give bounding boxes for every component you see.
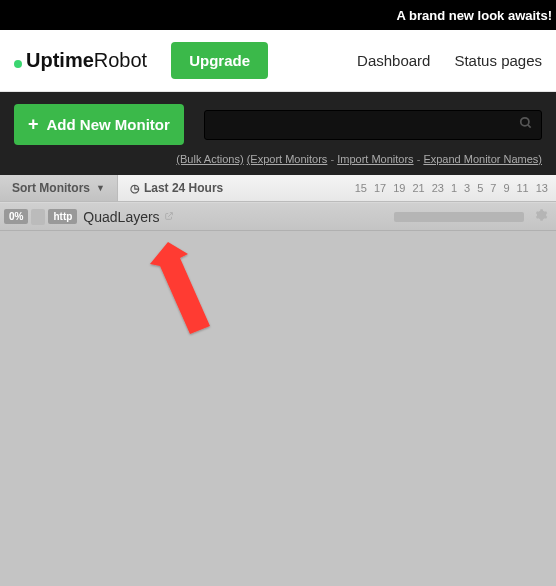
add-monitor-label: Add New Monitor [47,116,170,133]
bulk-actions-link[interactable]: (Bulk Actions) [176,153,243,165]
time-label-text: Last 24 Hours [144,181,223,195]
svg-point-0 [521,117,529,125]
sort-label: Sort Monitors [12,181,90,195]
toolbar-links: (Bulk Actions) (Export Monitors - Import… [14,153,542,165]
status-timeline [394,212,524,222]
nav-links: Dashboard Status pages [357,52,542,69]
monitor-list: 0% http QuadLayers [0,202,556,586]
caret-down-icon: ▼ [96,183,105,193]
clock-icon: ◷ [130,182,140,195]
hour-tick: 11 [517,182,529,194]
external-link-icon[interactable] [164,211,174,223]
svg-line-1 [528,124,531,127]
logo-part2: Robot [94,49,147,72]
upgrade-button[interactable]: Upgrade [171,42,268,79]
hour-tick: 5 [477,182,483,194]
hour-tick: 1 [451,182,457,194]
expand-names-link[interactable]: Expand Monitor Names) [423,153,542,165]
hour-tick: 13 [536,182,548,194]
hour-tick: 23 [432,182,444,194]
top-nav: UptimeRobot Upgrade Dashboard Status pag… [0,30,556,92]
monitor-name: QuadLayers [83,209,159,225]
hour-tick: 15 [355,182,367,194]
hour-tick: 21 [412,182,424,194]
toolbar-row: + Add New Monitor [14,104,542,145]
status-color-badge [31,209,45,225]
nav-dashboard[interactable]: Dashboard [357,52,430,69]
import-monitors-link[interactable]: Import Monitors [337,153,413,165]
monitor-row[interactable]: 0% http QuadLayers [0,203,556,231]
search-input[interactable] [204,110,542,140]
time-range-label: ◷ Last 24 Hours [118,181,235,195]
toolbar: + Add New Monitor (Bulk Actions) (Export… [0,92,556,175]
hour-tick: 17 [374,182,386,194]
hour-tick: 7 [490,182,496,194]
search-icon [519,116,533,134]
add-monitor-button[interactable]: + Add New Monitor [14,104,184,145]
monitor-type-badge: http [48,209,77,224]
filter-bar: Sort Monitors ▼ ◷ Last 24 Hours 15 17 19… [0,175,556,202]
logo[interactable]: UptimeRobot [14,49,147,72]
hour-tick: 9 [503,182,509,194]
logo-dot-icon [14,60,22,68]
export-monitors-link[interactable]: (Export Monitors [247,153,328,165]
plus-icon: + [28,114,39,135]
hour-scale: 15 17 19 21 23 1 3 5 7 9 11 13 [355,182,556,194]
logo-part1: Uptime [26,49,94,72]
promo-text: A brand new look awaits! [396,8,552,23]
gear-icon[interactable] [534,208,548,226]
sort-monitors-dropdown[interactable]: Sort Monitors ▼ [0,175,118,201]
nav-status-pages[interactable]: Status pages [454,52,542,69]
hour-tick: 19 [393,182,405,194]
uptime-badge: 0% [4,209,28,224]
hour-tick: 3 [464,182,470,194]
promo-banner: A brand new look awaits! [0,0,556,30]
